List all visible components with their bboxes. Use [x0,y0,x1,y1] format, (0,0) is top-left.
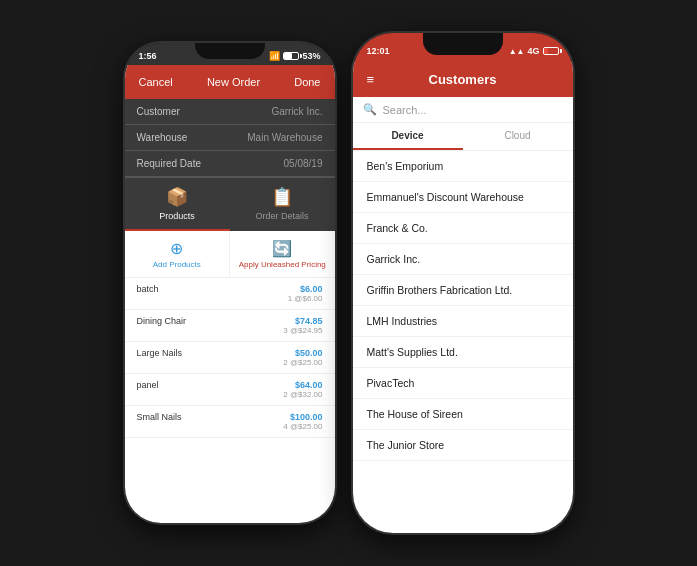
left-time: 1:56 [139,51,157,61]
add-products-label: Add Products [153,260,201,269]
product-name-batch: batch [137,284,159,294]
customer-field[interactable]: Customer Garrick Inc. [125,99,335,125]
done-button[interactable]: Done [294,76,320,88]
order-tabs: 📦 Products 📋 Order Details [125,177,335,231]
products-content: ⊕ Add Products 🔄 Apply Unleashed Pricing… [125,231,335,438]
right-network: 4G [527,46,539,56]
tab-order-details[interactable]: 📋 Order Details [230,178,335,231]
customer-item[interactable]: Ben's Emporium [353,151,573,182]
product-name-dining-chair: Dining Chair [137,316,187,326]
left-battery [283,52,299,60]
new-order-title: New Order [207,76,260,88]
customers-title: Customers [429,72,497,87]
product-qty-panel: 2 @$32.00 [283,390,322,399]
tab-products[interactable]: 📦 Products [125,178,230,231]
right-notch [423,33,503,55]
apply-unleashed-button[interactable]: 🔄 Apply Unleashed Pricing [230,231,335,277]
order-details-tab-icon: 📋 [271,186,293,208]
product-qty-dining-chair: 3 @$24.95 [283,326,322,335]
right-signal: ▲▲ [509,47,525,56]
add-products-icon: ⊕ [170,239,183,258]
apply-unleashed-icon: 🔄 [272,239,292,258]
search-icon: 🔍 [363,103,377,116]
customer-item[interactable]: PivacTech [353,368,573,399]
customer-label: Customer [137,106,180,117]
right-time: 12:01 [367,46,390,56]
customer-item[interactable]: Emmanuel's Discount Warehouse [353,182,573,213]
product-name-small-nails: Small Nails [137,412,182,422]
product-row-dining-chair[interactable]: Dining Chair $74.85 3 @$24.95 [125,310,335,342]
search-bar[interactable]: 🔍 Search... [353,97,573,123]
product-name-large-nails: Large Nails [137,348,183,358]
tab-device[interactable]: Device [353,123,463,150]
customer-item[interactable]: Matt's Supplies Ltd. [353,337,573,368]
right-header: ≡ Customers [353,61,573,97]
left-phone: 1:56 📶 53% Cancel New Order Done Custome… [125,43,335,523]
customer-item[interactable]: Garrick Inc. [353,244,573,275]
product-price-large-nails: $50.00 [283,348,322,358]
right-screen: ≡ Customers 🔍 Search... Device Cloud Ben… [353,61,573,533]
device-cloud-tabs: Device Cloud [353,123,573,151]
right-battery [543,47,559,55]
left-header: Cancel New Order Done [125,65,335,99]
products-actions: ⊕ Add Products 🔄 Apply Unleashed Pricing [125,231,335,278]
product-price-panel: $64.00 [283,380,322,390]
product-name-panel: panel [137,380,159,390]
tab-cloud[interactable]: Cloud [463,123,573,150]
order-form: Customer Garrick Inc. Warehouse Main War… [125,99,335,177]
product-row-batch[interactable]: batch $6.00 1 @$6.00 [125,278,335,310]
products-tab-icon: 📦 [166,186,188,208]
left-screen: Cancel New Order Done Customer Garrick I… [125,65,335,523]
hamburger-icon[interactable]: ≡ [367,72,375,87]
customer-item[interactable]: LMH Industries [353,306,573,337]
customer-item[interactable]: Griffin Brothers Fabrication Ltd. [353,275,573,306]
customer-value: Garrick Inc. [271,106,322,117]
warehouse-value: Main Warehouse [247,132,322,143]
product-price-small-nails: $100.00 [283,412,322,422]
product-qty-large-nails: 2 @$25.00 [283,358,322,367]
product-row-large-nails[interactable]: Large Nails $50.00 2 @$25.00 [125,342,335,374]
customer-item[interactable]: The House of Sireen [353,399,573,430]
left-battery-pct: 53% [302,51,320,61]
required-date-value: 05/08/19 [284,158,323,169]
customer-list: Ben's Emporium Emmanuel's Discount Wareh… [353,151,573,461]
customer-item[interactable]: Franck & Co. [353,213,573,244]
order-details-tab-label: Order Details [255,211,308,221]
required-date-label: Required Date [137,158,201,169]
product-qty-small-nails: 4 @$25.00 [283,422,322,431]
product-price-dining-chair: $74.85 [283,316,322,326]
right-phone: 12:01 ▲▲ 4G ≡ Customers 🔍 Search... Devi… [353,33,573,533]
product-row-small-nails[interactable]: Small Nails $100.00 4 @$25.00 [125,406,335,438]
left-signal: 📶 [269,51,280,61]
search-input[interactable]: Search... [383,104,563,116]
product-price-batch: $6.00 [288,284,323,294]
required-date-field[interactable]: Required Date 05/08/19 [125,151,335,177]
product-row-panel[interactable]: panel $64.00 2 @$32.00 [125,374,335,406]
cancel-button[interactable]: Cancel [139,76,173,88]
customer-item[interactable]: The Junior Store [353,430,573,461]
warehouse-label: Warehouse [137,132,188,143]
warehouse-field[interactable]: Warehouse Main Warehouse [125,125,335,151]
product-qty-batch: 1 @$6.00 [288,294,323,303]
left-notch [195,43,265,59]
apply-unleashed-label: Apply Unleashed Pricing [239,260,326,269]
products-tab-label: Products [159,211,195,221]
add-products-button[interactable]: ⊕ Add Products [125,231,231,277]
